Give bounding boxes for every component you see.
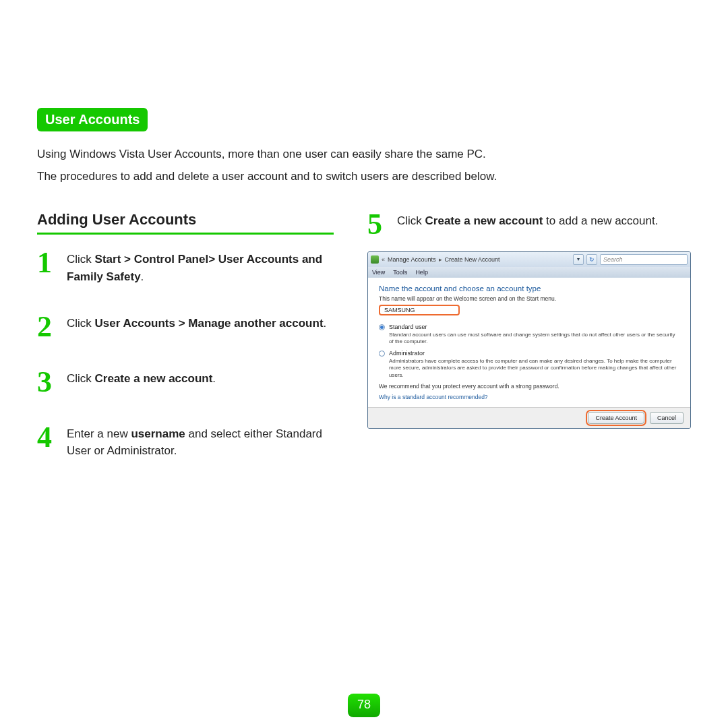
step-prefix: Click <box>67 372 95 385</box>
window-footer: Create Account Cancel <box>368 407 690 428</box>
step-suffix: to add a new account. <box>543 214 658 227</box>
create-account-button[interactable]: Create Account <box>588 412 644 424</box>
step-number: 2 <box>37 313 64 340</box>
radio-icon <box>379 324 385 330</box>
step-bold: User Accounts > Manage another account <box>95 317 324 330</box>
breadcrumb-separator-icon: ▸ <box>439 256 442 263</box>
body-title: Name the account and choose an account t… <box>379 284 679 293</box>
address-bar: « Manage Accounts ▸ Create New Account ▾… <box>368 252 690 267</box>
password-recommendation: We recommend that you protect every acco… <box>379 383 679 390</box>
cancel-button[interactable]: Cancel <box>650 412 684 424</box>
address-dropdown-button[interactable]: ▾ <box>573 254 584 265</box>
radio-icon <box>379 351 385 357</box>
radio-standard-user[interactable]: Standard user <box>379 324 679 330</box>
page-number: 78 <box>348 694 380 717</box>
step-5: 5 Click Create a new account to add a ne… <box>367 211 691 238</box>
breadcrumb-back-chevron[interactable]: « <box>382 256 385 263</box>
menu-view[interactable]: View <box>372 269 385 276</box>
step-number: 3 <box>37 369 64 396</box>
intro-line-2: The procedures to add and delete a user … <box>37 167 691 185</box>
step-number: 4 <box>37 424 64 451</box>
radio-administrator[interactable]: Administrator <box>379 350 679 357</box>
search-input[interactable]: Search <box>600 254 688 265</box>
intro-line-1: Using Windows Vista User Accounts, more … <box>37 145 691 163</box>
refresh-button[interactable]: ↻ <box>586 254 597 265</box>
account-name-input[interactable]: SAMSUNG <box>379 305 460 315</box>
step-prefix: Click <box>67 253 95 266</box>
step-prefix: Click <box>397 214 425 227</box>
step-number: 1 <box>37 249 64 276</box>
menu-help[interactable]: Help <box>415 269 428 276</box>
breadcrumb-manage-accounts[interactable]: Manage Accounts <box>388 256 436 263</box>
administrator-description: Administrators have complete access to t… <box>389 358 679 379</box>
why-standard-link[interactable]: Why is a standard account recommended? <box>379 394 488 400</box>
screenshot-vista-window: « Manage Accounts ▸ Create New Account ▾… <box>367 251 691 429</box>
step-bold: username <box>131 427 185 440</box>
breadcrumb-create-new-account[interactable]: Create New Account <box>445 256 500 263</box>
radio-label: Standard user <box>389 324 427 330</box>
intro-block: Using Windows Vista User Accounts, more … <box>37 145 691 185</box>
step-suffix: . <box>212 372 216 385</box>
body-subtitle: This name will appear on the Welcome scr… <box>379 295 679 302</box>
window-body: Name the account and choose an account t… <box>368 278 690 407</box>
control-panel-icon <box>371 255 379 264</box>
step-2: 2 Click User Accounts > Manage another a… <box>37 313 334 340</box>
step-prefix: Enter a new <box>67 427 131 440</box>
radio-label: Administrator <box>389 350 425 357</box>
step-text: Click Start > Control Panel> User Accoun… <box>67 249 334 285</box>
section-title-badge: User Accounts <box>37 108 148 131</box>
standard-user-description: Standard account users can use most soft… <box>389 332 679 346</box>
step-prefix: Click <box>67 317 95 330</box>
step-3: 3 Click Create a new account. <box>37 369 334 396</box>
step-4: 4 Enter a new username and select either… <box>37 424 334 460</box>
step-number: 5 <box>367 211 394 238</box>
step-text: Enter a new username and select either S… <box>67 424 334 460</box>
step-bold: Create a new account <box>95 372 213 385</box>
step-bold: Start > Control Panel> User Accounts and… <box>67 253 322 283</box>
step-suffix: . <box>141 270 144 283</box>
step-1: 1 Click Start > Control Panel> User Acco… <box>37 249 334 285</box>
sub-heading: Adding User Accounts <box>37 211 334 235</box>
menu-bar: View Tools Help <box>368 267 690 278</box>
menu-tools[interactable]: Tools <box>393 269 407 276</box>
step-text: Click Create a new account to add a new … <box>397 211 658 230</box>
step-suffix: . <box>324 317 327 330</box>
step-bold: Create a new account <box>425 214 543 227</box>
step-text: Click Create a new account. <box>67 369 216 388</box>
step-text: Click User Accounts > Manage another acc… <box>67 313 326 332</box>
